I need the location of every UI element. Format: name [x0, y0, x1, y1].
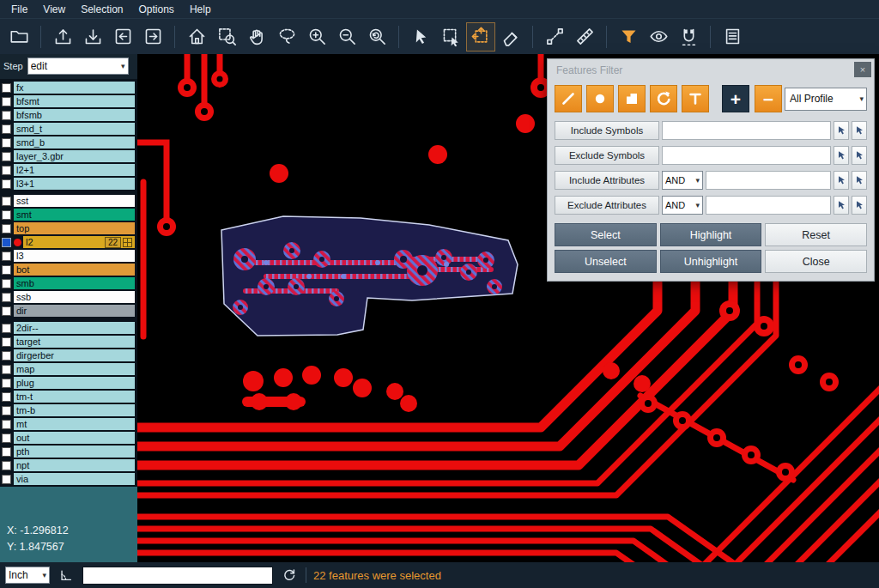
- include-symbols-button[interactable]: Include Symbols: [555, 121, 659, 140]
- zoom-previous-button[interactable]: [363, 23, 391, 51]
- layer-label[interactable]: plug: [14, 377, 135, 389]
- unselect-button[interactable]: Unselect: [555, 250, 657, 273]
- layer-row-pth[interactable]: pth: [0, 446, 137, 458]
- layer-visibility-checkbox[interactable]: [2, 265, 11, 275]
- layer-label[interactable]: fx: [14, 82, 135, 94]
- layer-visibility-checkbox[interactable]: [2, 447, 11, 457]
- layer-visibility-checkbox[interactable]: [2, 210, 11, 220]
- surface-tool-button[interactable]: [618, 85, 646, 112]
- layer-label[interactable]: target: [14, 336, 135, 348]
- layer-row-smd_t[interactable]: smd_t: [0, 123, 137, 135]
- text-tool-button[interactable]: [682, 85, 709, 112]
- layer-row-l2[interactable]: l222: [0, 236, 137, 248]
- layer-label[interactable]: smd_t: [14, 123, 135, 135]
- layer-row-mt[interactable]: mt: [0, 418, 137, 430]
- layer-row-tm-t[interactable]: tm-t: [0, 391, 137, 403]
- unhighlight-button[interactable]: Unhighlight: [660, 250, 762, 273]
- layer-label[interactable]: ssb: [14, 291, 135, 303]
- layer-visibility-checkbox[interactable]: [2, 461, 11, 470]
- dialog-title-bar[interactable]: Features Filter ×: [548, 59, 874, 81]
- pan-hand-button[interactable]: [243, 23, 270, 51]
- menu-help[interactable]: Help: [182, 2, 219, 17]
- layer-visibility-checkbox[interactable]: [2, 83, 11, 93]
- layer-visibility-checkbox[interactable]: [2, 306, 11, 316]
- layer-visibility-checkbox[interactable]: [2, 392, 11, 402]
- zoom-window-button[interactable]: [213, 23, 240, 51]
- layer-row-plug[interactable]: plug: [0, 377, 137, 389]
- layer-label[interactable]: out: [14, 432, 135, 444]
- layer-row-bfsmt[interactable]: bfsmt: [0, 95, 137, 107]
- layer-label[interactable]: dirgerber: [14, 349, 135, 361]
- layer-visibility-checkbox[interactable]: [2, 252, 11, 261]
- zoom-lasso-button[interactable]: [273, 23, 300, 51]
- frame-select-button[interactable]: [437, 23, 464, 51]
- layer-visibility-checkbox[interactable]: [2, 124, 11, 134]
- layer-label[interactable]: via: [14, 473, 135, 485]
- remove-filter-button[interactable]: −: [755, 85, 782, 112]
- layer-visibility-checkbox[interactable]: [2, 138, 11, 148]
- layer-visibility-checkbox[interactable]: [2, 433, 11, 443]
- layer-row-layer_3.gbr[interactable]: layer_3.gbr: [0, 150, 137, 162]
- selection-region[interactable]: [221, 216, 518, 336]
- layer-visibility-checkbox[interactable]: [2, 420, 11, 429]
- layer-label[interactable]: tm-t: [14, 391, 135, 403]
- layer-visibility-checkbox[interactable]: [2, 337, 11, 347]
- layer-row-2dir--[interactable]: 2dir--: [0, 322, 137, 334]
- layer-label[interactable]: sst: [14, 195, 135, 207]
- refresh-icon[interactable]: [280, 566, 299, 585]
- line-tool-button[interactable]: [555, 85, 582, 112]
- exclude-symbols-button[interactable]: Exclude Symbols: [555, 146, 659, 165]
- layer-visibility-checkbox[interactable]: [2, 379, 11, 388]
- zoom-out-button[interactable]: [333, 23, 361, 51]
- pointer-select-button[interactable]: [407, 23, 434, 51]
- layer-label[interactable]: tm-b: [14, 404, 135, 416]
- include-attributes-pick-alt-button[interactable]: [852, 171, 867, 190]
- layer-label[interactable]: mt: [14, 418, 135, 430]
- layer-visibility-checkbox[interactable]: [2, 238, 11, 247]
- toggle-visibility-button[interactable]: [645, 23, 672, 51]
- layer-row-npt[interactable]: npt: [0, 459, 137, 471]
- layer-row-tm-b[interactable]: tm-b: [0, 404, 137, 416]
- layer-label[interactable]: map: [14, 363, 135, 375]
- prev-step-button[interactable]: [109, 23, 136, 51]
- exclude-attributes-logic-select[interactable]: AND: [662, 196, 703, 215]
- layer-row-fx[interactable]: fx: [0, 82, 137, 94]
- layer-visibility-checkbox[interactable]: [2, 365, 11, 374]
- layer-label[interactable]: 2dir--: [14, 322, 135, 334]
- include-symbols-pick-button[interactable]: [834, 121, 849, 140]
- layer-visibility-checkbox[interactable]: [2, 111, 11, 120]
- profile-select[interactable]: All Profile: [785, 88, 867, 111]
- layer-visibility-checkbox[interactable]: [2, 475, 11, 484]
- layer-label[interactable]: dir: [14, 305, 135, 317]
- layer-visibility-checkbox[interactable]: [2, 279, 11, 288]
- clear-brush-button[interactable]: [497, 23, 524, 51]
- command-input[interactable]: [82, 567, 273, 585]
- exclude-attributes-pick-button[interactable]: [834, 196, 849, 215]
- close-button[interactable]: Close: [765, 250, 867, 273]
- export-step-button[interactable]: [49, 23, 76, 51]
- home-view-button[interactable]: [183, 23, 210, 51]
- layer-label[interactable]: smt: [14, 209, 135, 221]
- include-attributes-pick-button[interactable]: [834, 171, 849, 190]
- layer-row-top[interactable]: top: [0, 222, 137, 234]
- layer-row-via[interactable]: via: [0, 473, 137, 485]
- layer-visibility-checkbox[interactable]: [2, 166, 11, 175]
- exclude-attributes-input[interactable]: [706, 196, 831, 215]
- exclude-attributes-button[interactable]: Exclude Attributes: [555, 196, 659, 215]
- close-icon[interactable]: ×: [854, 62, 871, 77]
- layer-label[interactable]: top: [14, 222, 135, 234]
- layer-visibility-checkbox[interactable]: [2, 351, 11, 361]
- layer-label[interactable]: smb: [14, 277, 135, 289]
- layer-row-smd_b[interactable]: smd_b: [0, 136, 137, 149]
- pad-tool-button[interactable]: [586, 85, 614, 112]
- snap-magnet-button[interactable]: [675, 23, 702, 51]
- menu-selection[interactable]: Selection: [73, 2, 130, 17]
- layer-label[interactable]: l3+1: [14, 178, 135, 190]
- layer-row-smt[interactable]: smt: [0, 209, 137, 221]
- layer-row-dir[interactable]: dir: [0, 305, 137, 317]
- next-step-button[interactable]: [139, 23, 167, 51]
- layer-label[interactable]: l222: [23, 236, 135, 248]
- transform-select-button[interactable]: [467, 23, 494, 51]
- reset-button[interactable]: Reset: [765, 223, 867, 246]
- layer-label[interactable]: l3: [14, 250, 135, 262]
